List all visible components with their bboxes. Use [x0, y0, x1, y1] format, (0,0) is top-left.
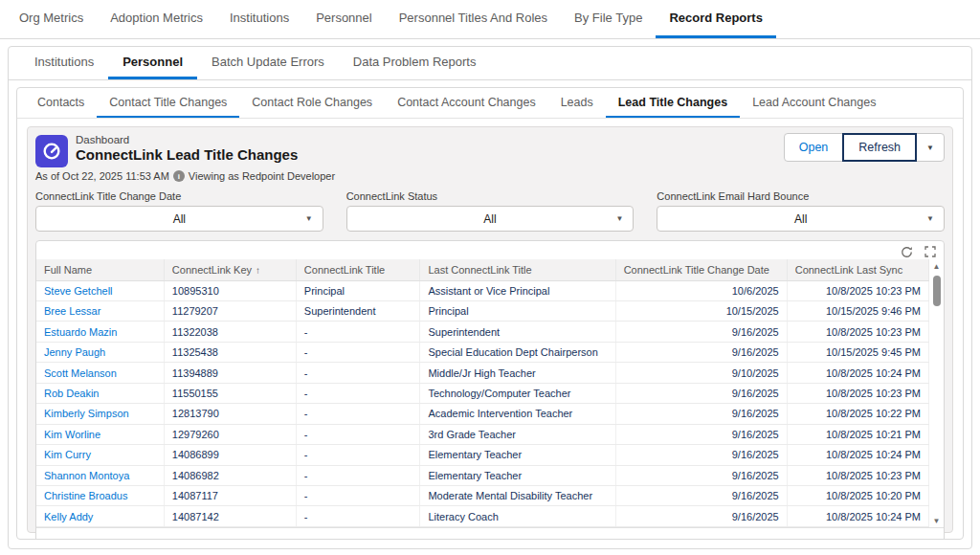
table-row: Kim Worline12979260-3rd Grade Teacher9/1…	[36, 424, 929, 444]
last-sync-cell: 10/8/2025 10:23 PM	[787, 383, 928, 403]
last-title-cell: 3rd Grade Teacher	[420, 424, 615, 444]
scroll-down-icon[interactable]: ▼	[933, 518, 941, 525]
tab-institutions[interactable]: Institutions	[216, 0, 302, 38]
reporttab-leads[interactable]: Leads	[548, 88, 606, 118]
change-date-cell: 10/6/2025	[615, 280, 787, 300]
key-cell: 14086899	[164, 445, 296, 465]
tab-org-metrics[interactable]: Org Metrics	[6, 0, 97, 38]
title-cell: -	[296, 465, 420, 485]
col-title-change-date[interactable]: ConnectLink Title Change Date	[615, 259, 787, 280]
full-name-link[interactable]: Rob Deakin	[44, 388, 99, 399]
last-sync-cell: 10/8/2025 10:24 PM	[787, 445, 928, 465]
reporttab-contacts[interactable]: Contacts	[25, 88, 97, 118]
subtab-batch-update-errors[interactable]: Batch Update Errors	[197, 47, 339, 79]
change-date-cell: 9/16/2025	[615, 465, 787, 485]
refresh-button[interactable]: Refresh	[842, 133, 917, 162]
footer-as-of-timestamp: As of Oct 22, 2025 11:53 AM	[635, 538, 769, 541]
full-name-link[interactable]: Steve Getchell	[44, 285, 113, 297]
full-name-link[interactable]: Kimberly Simpson	[44, 408, 129, 419]
key-cell: 14086982	[164, 465, 296, 485]
table-row: Scott Melanson11394889-Middle/Jr High Te…	[36, 363, 929, 383]
tab-record-reports[interactable]: Record Reports	[656, 0, 776, 38]
subtab-data-problem-reports[interactable]: Data Problem Reports	[339, 47, 491, 79]
reporttab-contact-role-changes[interactable]: Contact Role Changes	[239, 88, 385, 118]
last-sync-cell: 10/8/2025 10:22 PM	[787, 404, 928, 424]
full-name-link[interactable]: Kelly Addy	[44, 511, 93, 522]
full-name-link[interactable]: Shannon Montoya	[44, 470, 129, 481]
title-cell: -	[296, 445, 420, 465]
viewing-as-label: Viewing as Redpoint Developer	[189, 170, 335, 182]
key-cell: 11325438	[164, 342, 296, 362]
primary-tab-bar: Org Metrics Adoption Metrics Institution…	[0, 0, 980, 39]
last-sync-cell: 10/8/2025 10:23 PM	[787, 322, 928, 342]
col-last-connectlink-title[interactable]: Last ConnectLink Title	[420, 259, 615, 280]
last-title-cell: Assistant or Vice Principal	[420, 280, 615, 300]
table-header-row: Full Name ConnectLink Key↑ ConnectLink T…	[36, 259, 929, 280]
table-panel: Full Name ConnectLink Key↑ ConnectLink T…	[35, 240, 945, 540]
chevron-down-icon: ▼	[926, 144, 934, 152]
record-reports-card: Institutions Personnel Batch Update Erro…	[8, 46, 972, 549]
reporttab-lead-title-changes[interactable]: Lead Title Changes	[606, 88, 740, 118]
title-cell: -	[296, 342, 420, 362]
info-icon[interactable]: i	[173, 170, 185, 182]
last-title-cell: Literacy Coach	[420, 506, 615, 527]
title-cell: -	[296, 404, 420, 424]
full-name-link[interactable]: Bree Lessar	[44, 305, 100, 317]
key-cell: 11550155	[164, 383, 296, 403]
key-cell: 12979260	[164, 424, 296, 444]
personnel-reports-card: Contacts Contact Title Changes Contact R…	[16, 87, 964, 540]
col-last-sync[interactable]: ConnectLink Last Sync	[787, 259, 928, 280]
full-name-link[interactable]: Kim Worline	[44, 429, 100, 440]
view-report-link[interactable]: View Report (ConnectLink Lead Title Chan…	[46, 538, 265, 541]
secondary-tab-bar: Institutions Personnel Batch Update Erro…	[9, 47, 971, 80]
name-cell: Kim Worline	[36, 424, 164, 444]
full-name-link[interactable]: Estuardo Mazin	[44, 326, 117, 338]
open-button[interactable]: Open	[784, 133, 844, 162]
reporttab-contact-title-changes[interactable]: Contact Title Changes	[97, 88, 239, 118]
full-name-link[interactable]: Jenny Paugh	[44, 346, 105, 358]
table-row: Christine Broadus14087117-Moderate Menta…	[36, 486, 929, 506]
tab-personnel[interactable]: Personnel	[302, 0, 386, 38]
refresh-component-icon[interactable]	[901, 246, 913, 258]
title-cell: -	[296, 322, 420, 342]
expand-icon[interactable]	[924, 246, 936, 257]
reporttab-lead-account-changes[interactable]: Lead Account Changes	[740, 88, 888, 118]
key-cell: 14087117	[164, 486, 296, 506]
filter-title-change-date-value: All	[173, 212, 186, 226]
tab-adoption-metrics[interactable]: Adoption Metrics	[97, 0, 216, 38]
name-cell: Estuardo Mazin	[36, 322, 164, 342]
title-cell: -	[296, 424, 420, 444]
filter-title-change-date-select[interactable]: All ▼	[35, 206, 323, 232]
scroll-thumb[interactable]	[933, 276, 941, 306]
full-name-link[interactable]: Christine Broadus	[44, 490, 127, 501]
more-actions-button[interactable]: ▼	[916, 133, 945, 162]
table-row: Kim Curry14086899-Elementary Teacher9/16…	[36, 445, 929, 465]
table-row: Bree Lessar11279207SuperintendentPrincip…	[36, 300, 929, 321]
chevron-down-icon: ▼	[305, 214, 313, 223]
full-name-link[interactable]: Kim Curry	[44, 449, 91, 460]
full-name-link[interactable]: Scott Melanson	[44, 367, 117, 379]
filter-email-hard-bounce-select[interactable]: All ▼	[657, 206, 945, 232]
change-date-cell: 9/10/2025	[615, 363, 787, 383]
col-connectlink-title[interactable]: ConnectLink Title	[296, 259, 420, 280]
last-sync-cell: 10/8/2025 10:21 PM	[787, 424, 928, 444]
col-connectlink-key[interactable]: ConnectLink Key↑	[164, 259, 296, 280]
subtab-personnel[interactable]: Personnel	[108, 47, 197, 79]
scroll-up-icon[interactable]: ▲	[933, 263, 941, 271]
filter-status-select[interactable]: All ▼	[346, 206, 635, 232]
col-full-name[interactable]: Full Name	[36, 259, 164, 280]
last-sync-cell: 10/15/2025 9:46 PM	[787, 300, 928, 321]
warning-icon[interactable]: ▲	[924, 538, 934, 541]
tab-by-file-type[interactable]: By File Type	[561, 0, 656, 38]
lead-title-changes-table: Full Name ConnectLink Key↑ ConnectLink T…	[36, 259, 929, 527]
page-title: ConnectLink Lead Title Changes	[76, 146, 298, 165]
change-date-cell: 9/16/2025	[615, 506, 787, 527]
filter-email-hard-bounce-value: All	[794, 212, 807, 226]
filter-email-hard-bounce-label: ConnectLink Email Hard Bounce	[657, 190, 945, 202]
subtab-institutions[interactable]: Institutions	[20, 47, 108, 79]
tab-personnel-titles-and-roles[interactable]: Personnel Titles And Roles	[386, 0, 561, 38]
reporttab-contact-account-changes[interactable]: Contact Account Changes	[385, 88, 548, 118]
key-cell: 14087142	[164, 506, 296, 527]
name-cell: Bree Lessar	[36, 300, 164, 321]
table-scrollbar[interactable]: ▲ ▼	[929, 259, 944, 527]
